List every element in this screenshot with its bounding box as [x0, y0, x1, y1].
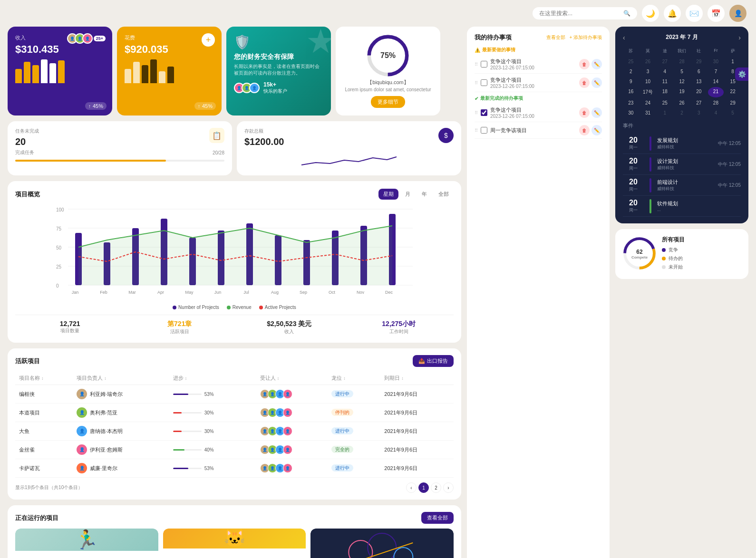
calendar-day[interactable]: 17号	[640, 87, 656, 97]
calendar-day[interactable]: 14	[708, 77, 724, 86]
edit-todo-2-button[interactable]: ✏️	[591, 77, 602, 88]
prev-page-button[interactable]: ‹	[406, 482, 417, 493]
add-todo-link[interactable]: + 添加待办事项	[569, 34, 602, 41]
search-box[interactable]: 🔍	[533, 7, 637, 19]
export-button[interactable]: 📤 出口报告	[413, 355, 454, 367]
edit-todo-3-button[interactable]: ✏️	[591, 107, 602, 118]
calendar-day[interactable]: 28	[708, 98, 724, 107]
calendar-day[interactable]: 12	[674, 77, 690, 86]
calendar-day[interactable]: 20	[691, 87, 707, 97]
project-due-cell: 2021年9月6日	[380, 404, 454, 422]
edit-todo-4-button[interactable]: ✏️	[591, 125, 602, 135]
calendar-gear-button[interactable]: ⚙️	[735, 67, 748, 81]
calendar-day[interactable]: 7	[708, 67, 724, 76]
calendar-day[interactable]: 11	[657, 77, 673, 86]
sort-assignee-icon[interactable]: ↕	[277, 376, 280, 381]
drag-handle-1[interactable]: ⠿	[475, 62, 478, 67]
calendar-day[interactable]: 27	[657, 57, 673, 66]
delete-todo-1-button[interactable]: 🗑	[579, 59, 590, 69]
calendar-day[interactable]: 2	[623, 67, 639, 76]
calendar-day[interactable]: 4	[708, 108, 724, 117]
delete-todo-2-button[interactable]: 🗑	[579, 77, 590, 88]
cal-next-button[interactable]: ›	[738, 34, 741, 41]
todo-check-1[interactable]	[481, 61, 487, 67]
avatar[interactable]: 👤	[729, 5, 746, 22]
tab-all[interactable]: 全部	[434, 189, 454, 200]
calendar-day[interactable]: 10	[640, 77, 656, 86]
event-time: 中午 12:05	[718, 182, 741, 189]
next-page-button[interactable]: ›	[443, 482, 454, 493]
calendar-day[interactable]: 23	[623, 98, 639, 107]
bar-6	[58, 60, 65, 83]
calendar-day[interactable]: 26	[640, 57, 656, 66]
calendar-day[interactable]: 1	[657, 108, 673, 117]
expenses-label: 花费	[125, 34, 214, 41]
calendar-day[interactable]: 29	[725, 98, 741, 107]
calendar-day[interactable]: 1	[725, 57, 741, 66]
cal-prev-button[interactable]: ‹	[623, 34, 625, 41]
delete-todo-3-button[interactable]: 🗑	[579, 107, 590, 118]
col-main: 收入 $310.435 👤 👤 👤 25+ ↑	[8, 27, 461, 558]
tab-week[interactable]: 星期	[378, 189, 398, 200]
chart-stats: 12,721 项目数量 第721章 活跃项目 $2,50,523 美元 收入 1…	[15, 315, 454, 335]
page-1-button[interactable]: 1	[418, 482, 429, 493]
calendar-icon[interactable]: 📅	[708, 5, 725, 22]
drag-handle-2[interactable]: ⠿	[475, 80, 478, 86]
page-2-button[interactable]: 2	[431, 482, 441, 493]
calendar-day[interactable]: 30	[708, 57, 724, 66]
calendar-day[interactable]: 18	[657, 87, 673, 97]
calendar-day[interactable]: 25	[623, 57, 639, 66]
mail-icon[interactable]: ✉️	[686, 5, 703, 22]
calendar-day[interactable]: 5	[674, 67, 690, 76]
calendar-day[interactable]: 3	[640, 67, 656, 76]
sort-progress-icon[interactable]: ↕	[185, 376, 187, 381]
avatar-count-badge: 25+	[94, 36, 106, 41]
calendar-day[interactable]: 5	[725, 108, 741, 117]
sort-manager-icon[interactable]: ↕	[104, 376, 107, 381]
view-all-todo-link[interactable]: 查看全部	[546, 34, 565, 41]
calendar-day[interactable]: 4	[657, 67, 673, 76]
calendar-day[interactable]: 3	[691, 108, 707, 117]
calendar-day[interactable]: 16	[623, 87, 639, 97]
tab-month[interactable]: 月	[400, 189, 415, 200]
view-all-button[interactable]: 查看全部	[421, 512, 454, 524]
calendar-day[interactable]: 29	[691, 57, 707, 66]
calendar-day[interactable]: 9	[623, 77, 639, 86]
todo-content-2: 竞争这个项目 2023-12-26 07:15:00	[490, 77, 576, 89]
project-progress-cell: 53%	[169, 385, 256, 404]
calendar-day[interactable]: 24	[640, 98, 656, 107]
todo-check-4[interactable]	[481, 127, 487, 134]
sort-status-icon[interactable]: ↕	[343, 376, 346, 381]
sort-due-icon[interactable]: ↕	[401, 376, 404, 381]
calendar-day[interactable]: 22	[725, 87, 741, 97]
drag-handle-4[interactable]: ⠿	[475, 128, 478, 133]
more-details-button[interactable]: 更多细节	[371, 96, 405, 108]
drag-handle-3[interactable]: ⠿	[475, 110, 478, 115]
add-expense-button[interactable]: +	[202, 33, 215, 47]
calendar-day[interactable]: 6	[691, 67, 707, 76]
todo-date-2: 2023-12-26 07:15:00	[490, 84, 576, 89]
sort-name-icon[interactable]: ↕	[41, 376, 44, 381]
tab-year[interactable]: 年	[417, 189, 432, 200]
search-input[interactable]	[539, 10, 620, 17]
calendar-day[interactable]: 2	[674, 108, 690, 117]
calendar-day[interactable]: 31	[640, 108, 656, 117]
calendar-day[interactable]: 26	[674, 98, 690, 107]
bell-icon[interactable]: 🔔	[664, 5, 681, 22]
moon-icon[interactable]: 🌙	[642, 5, 659, 22]
calendar-day[interactable]: 30	[623, 108, 639, 117]
todo-item-1: ⠿ 竞争这个项目 2023-12-26 07:15:00 🗑 ✏️	[475, 55, 602, 74]
calendar-day[interactable]: 25	[657, 98, 673, 107]
project-assignee-cell: 👤 👤 👤 👤	[256, 441, 328, 459]
calendar-day[interactable]: 27	[691, 98, 707, 107]
project-manager-cell: 👤 威廉·里奇尔	[73, 459, 169, 478]
calendar-day[interactable]: 13	[691, 77, 707, 86]
calendar-day[interactable]: 21	[708, 87, 724, 97]
delete-todo-4-button[interactable]: 🗑	[579, 125, 590, 135]
svg-text:50: 50	[56, 245, 62, 250]
todo-check-2[interactable]	[481, 79, 487, 86]
calendar-day[interactable]: 19	[674, 87, 690, 97]
calendar-day[interactable]: 28	[674, 57, 690, 66]
edit-todo-1-button[interactable]: ✏️	[591, 59, 602, 69]
todo-check-3[interactable]	[481, 109, 487, 116]
